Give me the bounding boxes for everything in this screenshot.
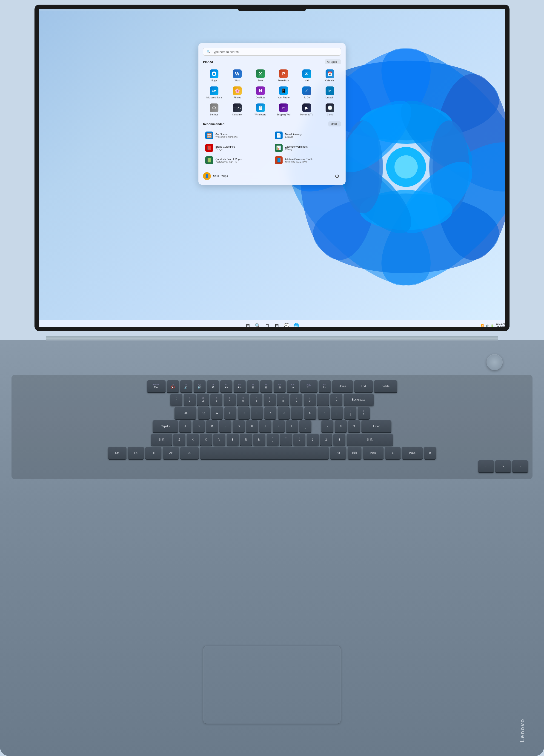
key-1[interactable]: ! 1 [184, 394, 196, 406]
key-lbracket[interactable]: { [ [331, 407, 343, 419]
key-semicolon[interactable]: : ; [299, 420, 311, 432]
key-arrow-down[interactable]: ∨ [495, 460, 511, 472]
app-excel[interactable]: X Excel [249, 68, 272, 84]
key-backslash[interactable]: | \ [358, 407, 370, 419]
app-yourphone[interactable]: 📱 Your Phone [272, 85, 295, 101]
key-i[interactable]: I [291, 407, 303, 419]
key-fn2[interactable]: ⌨ [348, 447, 361, 459]
key-c[interactable]: C [200, 434, 212, 446]
key-emoji[interactable]: ☺ [180, 447, 199, 459]
key-numpad-7[interactable]: 7 [321, 420, 333, 432]
key-m[interactable]: M [253, 434, 265, 446]
app-calendar[interactable]: 📅 Calendar [319, 68, 341, 84]
key-minus[interactable]: _ – [317, 394, 329, 406]
power-button[interactable]: ⏻ [333, 172, 341, 180]
key-delete[interactable]: Delete [374, 380, 397, 392]
key-j[interactable]: J [259, 420, 271, 432]
key-backspace[interactable]: Backspace [344, 394, 374, 406]
key-f3[interactable]: F3 🔊 [194, 380, 206, 392]
key-5[interactable]: % 5 [237, 394, 249, 406]
app-mail[interactable]: ✉ Mail [296, 68, 318, 84]
key-home[interactable]: Home [332, 380, 353, 392]
app-photos[interactable]: 🌸 Photos [226, 85, 249, 101]
key-f9[interactable]: F9 ⊡ [274, 380, 286, 392]
rec-item-adatum[interactable]: 📘 Adatum Company Profile Yesterday at 1:… [272, 155, 341, 166]
key-x[interactable]: X [187, 434, 199, 446]
key-9[interactable]: ( 9 [290, 394, 302, 406]
more-button[interactable]: More › [328, 121, 341, 126]
key-3[interactable]: # 3 [210, 394, 222, 406]
key-numpad-9[interactable]: 9 [348, 420, 360, 432]
app-calculator[interactable]: +−×÷ Calculator [226, 102, 249, 118]
app-snipping[interactable]: ✂ Snipping Tool [272, 102, 295, 118]
key-tab[interactable]: Tab [175, 407, 196, 419]
taskbar-search-icon[interactable]: 🔍 [253, 321, 262, 330]
key-capslock[interactable]: CapsLk [153, 420, 178, 432]
app-clock[interactable]: 🕐 Clock [319, 102, 341, 118]
app-onenote[interactable]: N OneNote [249, 85, 272, 101]
key-n[interactable]: N [240, 434, 252, 446]
key-o[interactable]: O [304, 407, 316, 419]
app-powerpoint[interactable]: P PowerPoint [272, 68, 295, 84]
key-b[interactable]: B [227, 434, 239, 446]
key-h[interactable]: H [246, 420, 258, 432]
key-period[interactable]: > . [280, 434, 292, 446]
clock-date-display[interactable]: 11:11 AM 01/12/22 [496, 322, 506, 329]
key-f7[interactable]: F7 ⊟ [247, 380, 259, 392]
key-8[interactable]: * 8 [277, 394, 289, 406]
key-f11-prtsc[interactable]: PrtSc F11 [300, 380, 318, 392]
key-f10[interactable]: F10 ☁ [287, 380, 299, 392]
app-movies[interactable]: ▶ Movies & TV [296, 102, 318, 118]
app-msstore[interactable]: 🛍 Microsoft Store [203, 85, 225, 101]
touchpad[interactable] [203, 646, 341, 724]
app-todo[interactable]: ✓ To Do [296, 85, 318, 101]
key-arrow-up[interactable]: ∧ [385, 447, 401, 459]
taskbar-edge-icon[interactable]: 🌐 [292, 321, 300, 330]
key-pgup[interactable]: PgUp [363, 447, 384, 459]
rec-item-brand[interactable]: 📕 Brand Guidelines 2h ago [203, 142, 272, 154]
key-numpad-2[interactable]: 2 [320, 434, 332, 446]
rec-item-getstarted[interactable]: 🪟 Get Started Welcome to Windows [203, 130, 272, 141]
rec-item-expense[interactable]: 📊 Expense Worksheet 17h ago [272, 142, 341, 154]
key-numpad-8[interactable]: 8 [335, 420, 347, 432]
user-profile[interactable]: 👤 Sara Philips [203, 172, 228, 180]
all-apps-button[interactable]: All apps › [325, 59, 341, 64]
key-f12[interactable]: F12 Ins [319, 380, 331, 392]
key-q[interactable]: Q [198, 407, 210, 419]
key-ctrl-left[interactable]: Ctrl [108, 447, 126, 459]
key-esc[interactable]: FnLock Esc [147, 380, 166, 392]
key-g[interactable]: G [233, 420, 245, 432]
search-bar[interactable]: 🔍 Type here to search [203, 48, 341, 56]
rec-item-travel[interactable]: 📄 Travel Itinerary 17h ago [272, 130, 341, 141]
key-k[interactable]: K [273, 420, 285, 432]
key-f2[interactable]: F2 🔉 [180, 380, 192, 392]
key-y[interactable]: Y [264, 407, 276, 419]
system-tray-arrow[interactable]: ^ [38, 324, 39, 327]
key-f4[interactable]: F4 ✕ [207, 380, 219, 392]
key-enter[interactable]: Enter [361, 420, 391, 432]
key-numpad-0[interactable]: 0 [424, 447, 436, 459]
key-arrow-right[interactable]: › [512, 460, 528, 472]
fingerprint-button[interactable] [487, 354, 503, 370]
taskbar-taskview-icon[interactable]: □ [263, 321, 271, 330]
app-whiteboard[interactable]: 📋 Whiteboard [249, 102, 272, 118]
key-end[interactable]: End [354, 380, 373, 392]
key-v[interactable]: V [213, 434, 225, 446]
key-w[interactable]: W [211, 407, 223, 419]
taskbar-start-button[interactable]: ⊞ [244, 321, 252, 330]
key-4[interactable]: $ 4 [224, 394, 236, 406]
key-s[interactable]: S [193, 420, 205, 432]
key-comma[interactable]: < , [267, 434, 279, 446]
key-z[interactable]: Z [173, 434, 185, 446]
key-fn[interactable]: Fn [128, 447, 144, 459]
app-settings[interactable]: ⚙ Settings [203, 102, 225, 118]
key-alt-right[interactable]: Alt [330, 447, 346, 459]
rec-item-payroll[interactable]: 📗 Quarterly Payroll Report Yesterday at … [203, 155, 272, 166]
taskbar-widgets-icon[interactable]: ⊟ [273, 321, 281, 330]
key-0[interactable]: ) 0 [304, 394, 316, 406]
key-d[interactable]: D [206, 420, 218, 432]
key-f5[interactable]: F5 ☀- [220, 380, 232, 392]
key-slash[interactable]: ? / [293, 434, 305, 446]
key-pgdn[interactable]: PgDn [402, 447, 423, 459]
key-numpad-3[interactable]: 3 [333, 434, 345, 446]
